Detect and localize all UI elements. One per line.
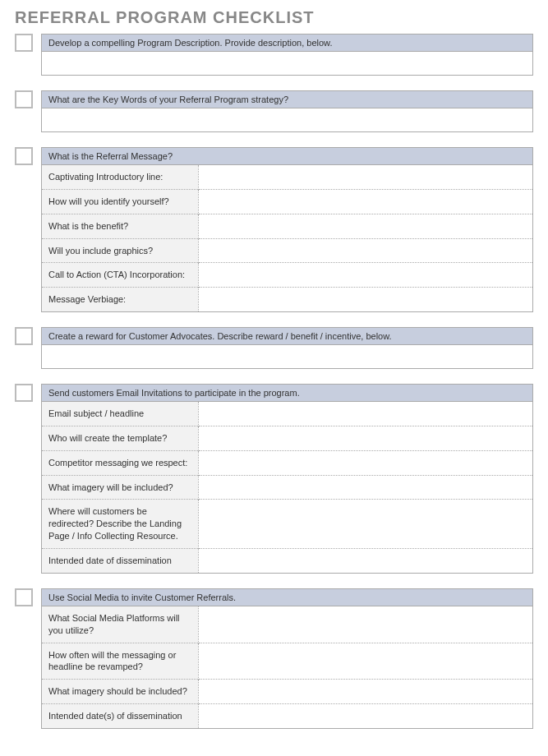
table-row: Who will create the template? bbox=[42, 426, 532, 450]
table-row: Captivating Introductory line: bbox=[42, 165, 532, 189]
checklist-section: Send customers Email Invitations to part… bbox=[15, 384, 533, 574]
row-label: What imagery will be included? bbox=[42, 475, 198, 500]
section-header: Develop a compelling Program Description… bbox=[42, 35, 532, 52]
row-label: What is the benefit? bbox=[42, 214, 198, 238]
row-input[interactable] bbox=[198, 680, 532, 704]
section-header: Send customers Email Invitations to part… bbox=[42, 385, 532, 402]
row-label: Captivating Introductory line: bbox=[42, 165, 198, 189]
checklist-section: What is the Referral Message?Captivating… bbox=[15, 147, 533, 312]
row-input[interactable] bbox=[198, 426, 532, 450]
response-field[interactable] bbox=[42, 345, 532, 368]
table-row: How often will the messaging or headline… bbox=[42, 643, 532, 680]
row-label: How often will the messaging or headline… bbox=[42, 643, 198, 680]
row-input[interactable] bbox=[198, 165, 532, 189]
row-label: Email subject / headline bbox=[42, 402, 198, 426]
row-input[interactable] bbox=[198, 704, 532, 728]
section-panel: Develop a compelling Program Description… bbox=[41, 34, 533, 76]
row-label: Who will create the template? bbox=[42, 426, 198, 450]
row-label: Message Verbiage: bbox=[42, 288, 198, 311]
row-input[interactable] bbox=[198, 238, 532, 263]
section-header: What is the Referral Message? bbox=[42, 148, 532, 165]
checklist-section: Use Social Media to invite Customer Refe… bbox=[15, 588, 533, 729]
section-panel: What is the Referral Message?Captivating… bbox=[41, 147, 533, 312]
row-input[interactable] bbox=[198, 548, 532, 572]
checkbox[interactable] bbox=[15, 90, 33, 108]
section-panel: Create a reward for Customer Advocates. … bbox=[41, 327, 533, 369]
checkbox[interactable] bbox=[15, 588, 33, 606]
response-field[interactable] bbox=[42, 108, 532, 131]
table-row: Call to Action (CTA) Incorporation: bbox=[42, 263, 532, 288]
checkbox[interactable] bbox=[15, 384, 33, 402]
table-row: Where will customers be redirected? Desc… bbox=[42, 500, 532, 549]
table-row: What is the benefit? bbox=[42, 214, 532, 238]
table-row: Competitor messaging we respect: bbox=[42, 450, 532, 475]
table-row: What imagery will be included? bbox=[42, 475, 532, 500]
table-row: Will you include graphics? bbox=[42, 238, 532, 263]
section-header: Create a reward for Customer Advocates. … bbox=[42, 328, 532, 345]
checklist-section: Develop a compelling Program Description… bbox=[15, 34, 533, 76]
table-row: What imagery should be included? bbox=[42, 680, 532, 704]
response-field[interactable] bbox=[42, 52, 532, 75]
section-panel: Use Social Media to invite Customer Refe… bbox=[41, 588, 533, 729]
row-input[interactable] bbox=[198, 189, 532, 214]
checklist-section: Create a reward for Customer Advocates. … bbox=[15, 327, 533, 369]
section-panel: Send customers Email Invitations to part… bbox=[41, 384, 533, 574]
section-header: Use Social Media to invite Customer Refe… bbox=[42, 589, 532, 606]
row-input[interactable] bbox=[198, 288, 532, 311]
section-header: What are the Key Words of your Referral … bbox=[42, 91, 532, 108]
row-input[interactable] bbox=[198, 500, 532, 549]
row-input[interactable] bbox=[198, 475, 532, 500]
row-label: What Social Media Platforms will you uti… bbox=[42, 606, 198, 643]
row-label: Intended date of dissemination bbox=[42, 548, 198, 572]
row-label: Where will customers be redirected? Desc… bbox=[42, 500, 198, 549]
table-row: Email subject / headline bbox=[42, 402, 532, 426]
table-row: Intended date(s) of dissemination bbox=[42, 704, 532, 728]
table-row: Message Verbiage: bbox=[42, 288, 532, 311]
page-title: REFERRAL PROGRAM CHECKLIST bbox=[15, 8, 533, 27]
row-label: Competitor messaging we respect: bbox=[42, 450, 198, 475]
row-label: Call to Action (CTA) Incorporation: bbox=[42, 263, 198, 288]
checkbox[interactable] bbox=[15, 147, 33, 165]
detail-table: What Social Media Platforms will you uti… bbox=[42, 606, 532, 728]
row-input[interactable] bbox=[198, 214, 532, 238]
detail-table: Email subject / headlineWho will create … bbox=[42, 402, 532, 573]
row-input[interactable] bbox=[198, 606, 532, 643]
row-input[interactable] bbox=[198, 402, 532, 426]
section-panel: What are the Key Words of your Referral … bbox=[41, 90, 533, 132]
row-label: Intended date(s) of dissemination bbox=[42, 704, 198, 728]
row-label: What imagery should be included? bbox=[42, 680, 198, 704]
row-label: Will you include graphics? bbox=[42, 238, 198, 263]
table-row: How will you identify yourself? bbox=[42, 189, 532, 214]
table-row: What Social Media Platforms will you uti… bbox=[42, 606, 532, 643]
table-row: Intended date of dissemination bbox=[42, 548, 532, 572]
row-label: How will you identify yourself? bbox=[42, 189, 198, 214]
detail-table: Captivating Introductory line:How will y… bbox=[42, 165, 532, 311]
checklist-section: What are the Key Words of your Referral … bbox=[15, 90, 533, 132]
checkbox[interactable] bbox=[15, 327, 33, 345]
row-input[interactable] bbox=[198, 263, 532, 288]
row-input[interactable] bbox=[198, 450, 532, 475]
row-input[interactable] bbox=[198, 643, 532, 680]
checkbox[interactable] bbox=[15, 34, 33, 52]
